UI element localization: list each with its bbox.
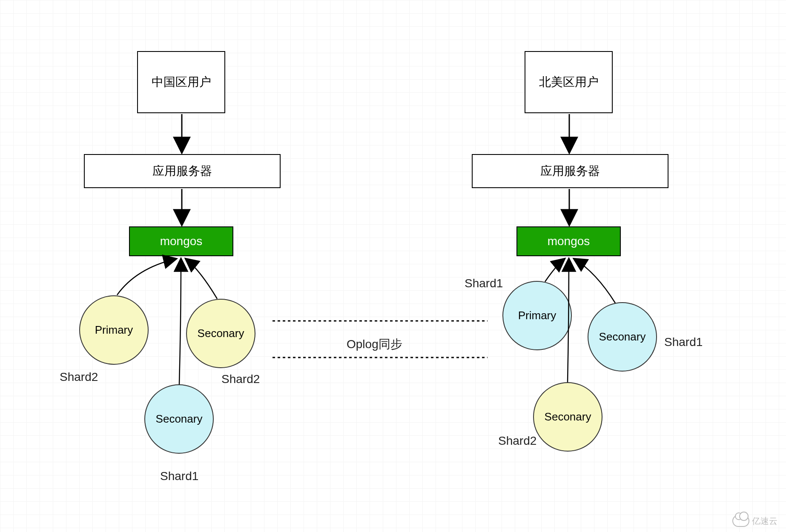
left-primary-label: Primary [95, 323, 133, 337]
left-primary-node: Primary [79, 295, 149, 365]
right-app-server-box: 应用服务器 [472, 154, 668, 188]
cloud-icon [732, 515, 749, 527]
watermark-text: 亿速云 [752, 515, 777, 527]
right-primary-label: Primary [518, 309, 557, 322]
left-shard-secondary-right-label: Shard2 [221, 372, 260, 386]
right-secondary-right-node: Seconary [588, 302, 657, 372]
right-secondary-bottom-label: Seconary [545, 410, 591, 423]
left-shard-secondary-bottom-label: Shard1 [160, 469, 198, 483]
right-user-label: 北美区用户 [539, 74, 599, 90]
left-mongos-box: mongos [129, 226, 233, 256]
watermark: 亿速云 [732, 515, 777, 527]
right-shard-secondary-bottom-label: Shard2 [498, 434, 536, 448]
left-user-box: 中国区用户 [137, 51, 225, 113]
oplog-sync-label: Oplog同步 [347, 336, 402, 352]
right-primary-node: Primary [502, 281, 572, 350]
left-app-server-label: 应用服务器 [152, 163, 212, 179]
right-shard-primary-label: Shard1 [465, 277, 503, 290]
right-secondary-bottom-node: Seconary [533, 382, 602, 452]
left-app-server-box: 应用服务器 [84, 154, 281, 188]
left-secondary-right-node: Seconary [186, 299, 255, 368]
diagram-stage: 中国区用户 应用服务器 mongos Primary Seconary Seco… [0, 0, 786, 532]
left-secondary-bottom-label: Seconary [156, 412, 203, 426]
right-mongos-label: mongos [548, 235, 590, 248]
left-shard-primary-label: Shard2 [60, 370, 98, 384]
right-mongos-box: mongos [516, 226, 621, 256]
right-app-server-label: 应用服务器 [540, 163, 600, 179]
left-secondary-right-label: Seconary [198, 327, 244, 340]
right-secondary-right-label: Seconary [599, 330, 646, 343]
right-user-box: 北美区用户 [525, 51, 613, 113]
left-secondary-bottom-node: Seconary [144, 384, 214, 454]
left-user-label: 中国区用户 [152, 74, 211, 90]
right-shard-secondary-right-label: Shard1 [664, 335, 703, 349]
left-mongos-label: mongos [160, 235, 203, 248]
